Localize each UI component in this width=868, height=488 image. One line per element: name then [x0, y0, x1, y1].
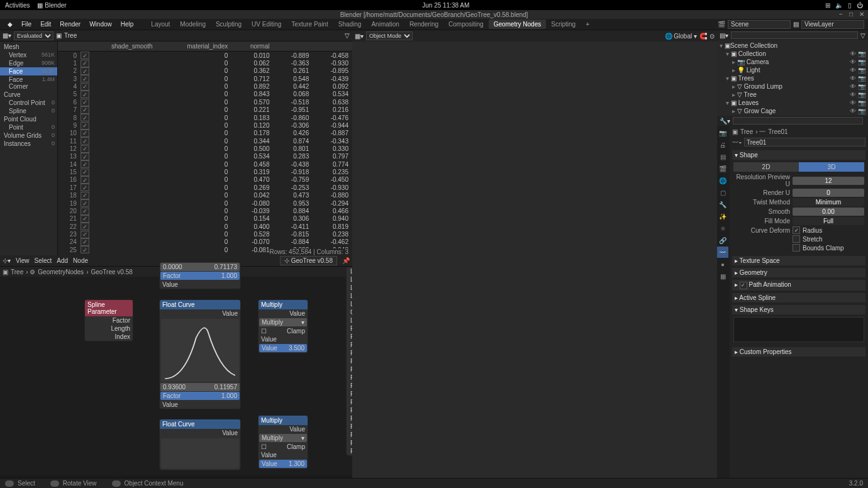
- blender-icon[interactable]: ◆: [4, 21, 16, 28]
- group-input-row[interactable]: Limb Material:● Bark ✕: [347, 316, 352, 324]
- sound-icon[interactable]: 🔈: [835, 2, 843, 9]
- domain-face[interactable]: Face453K: [0, 67, 57, 75]
- table-row[interactable]: 190-0.0800.953-0.294: [58, 199, 352, 207]
- radius-check[interactable]: [793, 226, 800, 234]
- activities-button[interactable]: Activities: [5, 2, 30, 9]
- tab-data[interactable]: 〰: [717, 247, 728, 258]
- tab-add[interactable]: +: [581, 19, 594, 29]
- panel-pathanim[interactable]: ▸ Path Animation: [732, 280, 865, 291]
- tab-output[interactable]: 🖨: [717, 139, 728, 150]
- domain-spline[interactable]: Spline0: [0, 107, 57, 115]
- table-row[interactable]: 300.7120.548-0.439: [58, 75, 352, 82]
- tab-render[interactable]: 📷: [717, 127, 728, 138]
- outliner-item-trees[interactable]: ▾▣ Trees👁 📷: [717, 74, 868, 82]
- editor-type-icon[interactable]: ▦▾: [3, 32, 11, 39]
- domain-edge[interactable]: Edge908K: [0, 59, 57, 67]
- node-multiply-1[interactable]: Multiply Value Multiply▾ ☐Clamp Value Va…: [258, 299, 308, 353]
- table-row[interactable]: 000.010-0.889-0.458: [58, 52, 352, 60]
- group-input-row[interactable]: Limb Roughness0.605: [347, 267, 352, 275]
- group-input-row[interactable]: Limb Upward Bias0.280: [347, 284, 352, 292]
- curve-widget[interactable]: [161, 319, 239, 382]
- group-input-row[interactable]: Root Spawn Amount9: [347, 324, 352, 333]
- app-indicator[interactable]: ▦ Blender: [37, 2, 66, 9]
- editor-type-icon[interactable]: ▦▾: [355, 33, 364, 40]
- scene-name-field[interactable]: [728, 20, 791, 29]
- twist-select[interactable]: Minimum: [793, 198, 864, 206]
- tab-sculpting[interactable]: Sculpting: [211, 19, 247, 29]
- fill-select[interactable]: Full: [793, 217, 864, 225]
- tab-geonodes[interactable]: Geometry Nodes: [489, 19, 547, 29]
- group-input-row[interactable]: Root Length2.810: [347, 365, 352, 374]
- group-input-row[interactable]: Root Spawn Radius0.1 m: [347, 333, 352, 341]
- group-input-row[interactable]: Limb Random Cull0.300: [347, 292, 352, 300]
- panel-customprops[interactable]: ▸ Custom Properties: [732, 347, 865, 357]
- table-row[interactable]: 1100.3440.874-0.343: [58, 137, 352, 145]
- tab-uv[interactable]: UV Editing: [247, 19, 286, 29]
- props-search[interactable]: [733, 117, 863, 125]
- group-input-row[interactable]: Root Taper: [347, 414, 352, 423]
- snap-icon[interactable]: 🧲: [699, 33, 707, 40]
- tab-world[interactable]: 🌐: [717, 175, 728, 186]
- ne-menu-add[interactable]: Add: [57, 257, 68, 264]
- tab-texpaint[interactable]: Texture Paint: [286, 19, 333, 29]
- outliner-search[interactable]: [731, 31, 858, 39]
- editor-type-icon[interactable]: ⊹▾: [3, 257, 11, 264]
- ne-menu-node[interactable]: Node: [73, 257, 88, 264]
- domain-vertex[interactable]: Vertex561K: [0, 51, 57, 59]
- domain-point-cloud[interactable]: Point Cloud: [0, 115, 57, 123]
- clock[interactable]: Jun 25 11:38 AM: [422, 2, 469, 9]
- tab-viewlayer[interactable]: ▤: [717, 151, 728, 162]
- object-pin-icon[interactable]: ▣: [56, 32, 62, 39]
- table-row[interactable]: 2100.1540.3060.940: [58, 215, 352, 223]
- panel-activespline[interactable]: ▸ Active Spline: [732, 293, 865, 302]
- outliner-item-grow-cage[interactable]: ▸▽ Grow Cage👁 📷: [717, 107, 868, 115]
- table-row[interactable]: 1500.319-0.9180.235: [58, 168, 352, 175]
- battery-icon[interactable]: ▯: [848, 2, 852, 9]
- table-row[interactable]: 900.120-0.306-0.944: [58, 121, 352, 129]
- viewlayer-name-field[interactable]: [801, 20, 864, 29]
- editor-type-icon[interactable]: ▤▾: [720, 32, 728, 39]
- window-min-icon[interactable]: − □ ✕: [839, 10, 864, 19]
- group-input-row[interactable]: Canopy Shape: [347, 308, 352, 316]
- menu-window[interactable]: Window: [86, 21, 116, 28]
- outliner-item-light[interactable]: ▸💡 Light👁 📷: [717, 66, 868, 74]
- group-input-row[interactable]: Root Anchor Object: [347, 439, 352, 447]
- node-multiply-2[interactable]: Multiply Value Multiply▾ ☐Clamp Value Va…: [258, 415, 308, 469]
- table-row[interactable]: 200.3620.261-0.895: [58, 67, 352, 75]
- domain-point[interactable]: Point0: [0, 123, 57, 131]
- tab-texture[interactable]: ▦: [717, 270, 728, 282]
- group-input-row[interactable]: Root Material:● Bark ✕: [347, 447, 352, 455]
- orientation-select[interactable]: 🌐 Global ▾: [665, 33, 697, 40]
- domain-control-point[interactable]: Control Point0: [0, 99, 57, 107]
- panel-texspace[interactable]: ▸ Texture Space: [732, 256, 865, 265]
- group-input-row[interactable]: Root Roughness0.176: [347, 382, 352, 390]
- node-group-inputs[interactable]: Limb Roughness0.605Limb Radius By Positi…: [346, 267, 352, 456]
- tab-rendering[interactable]: Rendering: [404, 19, 443, 29]
- table-row[interactable]: 1000.1780.426-0.887: [58, 130, 352, 137]
- group-input-row[interactable]: Root Radius Resolution8: [347, 349, 352, 357]
- table-row[interactable]: 200-0.0390.8840.466: [58, 207, 352, 214]
- menu-help[interactable]: Help: [117, 21, 138, 28]
- node-float-curve-1[interactable]: Float Curve Value 0.936000.11957 Factor1…: [159, 299, 241, 409]
- tab-scene[interactable]: 🎬: [717, 163, 728, 174]
- proportional-icon[interactable]: ⊙: [709, 33, 715, 40]
- outliner-scene-collection[interactable]: ▾▣ Scene Collection: [717, 42, 868, 50]
- table-row[interactable]: 1700.269-0.253-0.930: [58, 184, 352, 191]
- table-row[interactable]: 600.570-0.5180.638: [58, 98, 352, 106]
- table-row[interactable]: 1600.470-0.759-0.450: [58, 176, 352, 184]
- outliner-item-ground-lump[interactable]: ▸▽ Ground Lump👁 📷: [717, 82, 868, 91]
- mode-select[interactable]: Object Mode: [366, 31, 413, 40]
- tab-constraint[interactable]: 🔗: [717, 235, 728, 246]
- panel-geometry[interactable]: ▸ Geometry: [732, 268, 865, 277]
- eval-mode-select[interactable]: Evaluated: [14, 31, 53, 40]
- btn-3d[interactable]: 3D: [799, 162, 864, 172]
- table-row[interactable]: 1400.458-0.4380.774: [58, 160, 352, 168]
- bounds-check[interactable]: [793, 244, 800, 252]
- panel-header[interactable]: ▾ Shape: [732, 150, 865, 160]
- tab-shading[interactable]: Shading: [333, 19, 367, 29]
- outliner-item-leaves[interactable]: ▾▣ Leaves👁 📷: [717, 99, 868, 107]
- tab-physics[interactable]: ⚛: [717, 223, 728, 234]
- group-input-row[interactable]: Root Seed1: [347, 431, 352, 439]
- tab-modifier[interactable]: 🔧: [717, 199, 728, 210]
- table-row[interactable]: 1200.5000.8010.330: [58, 145, 352, 152]
